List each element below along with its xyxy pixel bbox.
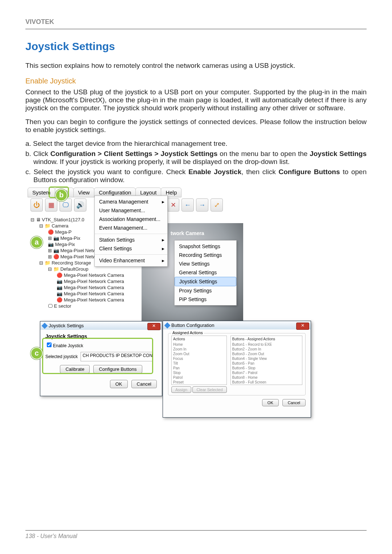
cfg-client-settings[interactable]: Client Settings [95, 244, 167, 253]
actions-header: Actions [173, 337, 225, 341]
app-icon [42, 323, 48, 329]
forward-icon[interactable]: → [196, 198, 208, 212]
action-6[interactable]: Stop [173, 370, 225, 375]
tree-g4: Mega-Pixel Network Camera [64, 297, 124, 303]
app-icon [164, 322, 171, 328]
step-b-mid: on the menu bar to open the [217, 150, 310, 157]
cfg-station-settings[interactable]: Station Settings [95, 235, 167, 244]
bc-ok-button[interactable]: OK [262, 399, 279, 406]
subheading: Enable Joystick [25, 77, 367, 85]
action-1[interactable]: Zoom In [173, 347, 225, 352]
tree-g3: Mega-Pixel Network Camera [64, 291, 124, 296]
cs-joystick[interactable]: Joystick Settings [175, 277, 236, 286]
cs-proxy[interactable]: Proxy Settings [175, 286, 236, 295]
actions-listbox[interactable]: Actions Home Zoom In Zoom Out Focus Tilt… [171, 336, 227, 385]
cs-view[interactable]: View Settings [175, 259, 236, 268]
btn-0[interactable]: Button1 - Record to EXE [232, 342, 301, 347]
step-c-bold2: Configure Buttons [278, 168, 340, 176]
cfg-camera-management[interactable]: Camera Management [95, 197, 167, 206]
joy-ok-button[interactable]: OK [110, 380, 128, 388]
back-icon[interactable]: ← [181, 198, 194, 212]
selected-joystick-dropdown[interactable]: CH PRODUCTS IP DESKTOP CON [81, 352, 153, 361]
cfg-video-enhancement[interactable]: Video Enhancement [95, 256, 167, 265]
btn-9[interactable]: Button10 - Snapshot Auto Naming [232, 385, 301, 385]
joy-title: Joystick Settings [49, 323, 84, 328]
calibrate-button[interactable]: Calibrate [60, 365, 90, 373]
step-b-post: window. If your joystick is working prop… [33, 158, 290, 165]
action-0[interactable]: Home [173, 342, 225, 347]
step-c-bold1: Enable Joystick [188, 168, 241, 176]
btn-1[interactable]: Button2 - Zoom In [232, 347, 301, 352]
sound-icon[interactable]: 🔊 [74, 198, 86, 212]
btn-6[interactable]: Button7 - Patrol [232, 370, 301, 375]
cs-general[interactable]: General Settings [175, 268, 236, 277]
screenshot-wrapper: twork Camera System Edit View Configurat… [25, 188, 305, 420]
btn-5[interactable]: Button6 - Stop [232, 366, 301, 370]
assign-button[interactable]: Assign [171, 386, 191, 393]
tree-cam-1: Mega-Pix [60, 235, 80, 241]
tree-group: DefaultGroup [60, 266, 88, 272]
btn-7[interactable]: Button8 - Home [232, 375, 301, 380]
step-c-pre: c. Select the joystick you want to confi… [25, 168, 188, 176]
cs-snapshot[interactable]: Snapshot Settings [175, 242, 236, 251]
configure-buttons-button[interactable]: Configure Buttons [93, 365, 142, 373]
action-4[interactable]: Tilt [173, 361, 225, 366]
action-3[interactable]: Focus [173, 356, 225, 361]
bc-title: Button Configuration [171, 323, 215, 328]
tree-esector: E sector [54, 303, 72, 309]
buttons-listbox[interactable]: Buttons - Assigned Actions Button1 - Rec… [230, 336, 302, 385]
cfg-association-management[interactable]: Association Management... [95, 215, 167, 223]
page-footer: 138 - User's Manual [25, 530, 367, 539]
tree-cam-0: Mega-P [55, 229, 72, 235]
cs-recording[interactable]: Recording Settings [175, 251, 236, 259]
footer-text: 138 - User's Manual [25, 533, 77, 539]
bc-close-button[interactable]: ✕ [296, 323, 309, 330]
action-5[interactable]: Pan [173, 366, 225, 370]
btn-4[interactable]: Button5 - Pan [232, 361, 301, 366]
btn-3[interactable]: Button4 - Single View [232, 356, 301, 361]
cfg-event-management[interactable]: Event Management... [95, 223, 167, 232]
button-config-dialog: Button Configuration ✕ Assigned Actions … [163, 321, 311, 418]
paragraph-2: Then you can begin to configure the joys… [25, 118, 367, 134]
enable-joystick-label: Enable Joystick [53, 343, 83, 348]
menu-view[interactable]: View [73, 188, 94, 197]
selected-joystick-label: Selected joystick [45, 354, 78, 359]
brand: VIVOTEK [25, 18, 367, 26]
action-9[interactable]: Page Up [173, 385, 225, 385]
callout-a: a [30, 236, 43, 249]
joy-cancel-button[interactable]: Cancel [131, 380, 157, 388]
page-title: Joystick Settings [25, 40, 367, 53]
tree-cam-2: Mega-Pix [55, 242, 75, 247]
bc-cancel-button[interactable]: Cancel [282, 399, 306, 406]
joy-close-button[interactable]: ✕ [147, 323, 160, 330]
close-icon[interactable]: ✕ [167, 198, 179, 212]
tree-storage: Recording Storage [52, 260, 91, 266]
tree-g1: Mega-Pixel Network Camera [64, 279, 124, 284]
step-b: b. Click Configuration > Client Settings… [25, 150, 367, 166]
joystick-settings-dialog: Joystick Settings ✕ Joystick Settings En… [40, 321, 162, 396]
layout-icon[interactable]: ▦ [45, 198, 57, 212]
power-icon[interactable]: ⏻ [30, 198, 43, 212]
action-8[interactable]: Preset [173, 380, 225, 385]
action-7[interactable]: Patrol [173, 375, 225, 380]
configuration-menu: Camera Management User Management... Ass… [94, 196, 168, 267]
bc-titlebar: Button Configuration [163, 321, 311, 329]
enable-joystick-checkbox[interactable] [47, 342, 52, 347]
divider-top [25, 29, 367, 29]
cs-pip[interactable]: PiP Settings [175, 295, 236, 304]
assigned-actions-fieldset: Assigned Actions Actions Home Zoom In Zo… [168, 333, 306, 395]
paragraph-1: Connect to the USB plug of the joystick … [25, 88, 367, 112]
callout-b: b [55, 189, 68, 201]
maximize-icon[interactable]: ⤢ [211, 198, 223, 212]
joy-titlebar: Joystick Settings [40, 321, 162, 330]
btn-2[interactable]: Button3 - Zoom Out [232, 352, 301, 356]
clear-selected-button[interactable]: Clear Selected [192, 386, 226, 393]
action-2[interactable]: Zoom Out [173, 352, 225, 356]
step-c-mid: , then click [241, 168, 278, 176]
joy-header: Joystick Settings [45, 333, 157, 339]
cfg-user-management[interactable]: User Management... [95, 206, 167, 215]
step-b-bold2: Joystick Settings [310, 150, 367, 157]
btn-8[interactable]: Button9 - Full Screen [232, 380, 301, 385]
tree-root: VTK_Station1(127.0 [42, 217, 84, 222]
menu-system[interactable]: System [28, 188, 55, 197]
